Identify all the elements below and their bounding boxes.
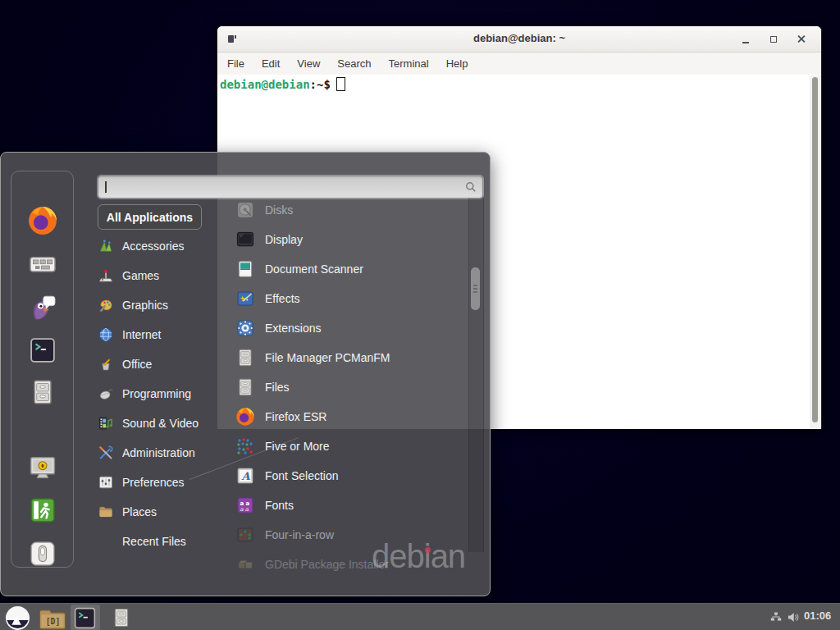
fonts-icon: a aa a bbox=[235, 495, 255, 515]
app-effects[interactable]: Effects bbox=[235, 284, 470, 313]
programming-icon bbox=[98, 386, 114, 402]
graphics-icon bbox=[98, 297, 114, 313]
favorite-terminal-icon[interactable] bbox=[29, 336, 57, 364]
app-fonts[interactable]: a aa aFonts bbox=[235, 491, 470, 520]
application-list: DisksDisplayDocument ScannerEffectsExten… bbox=[235, 195, 470, 579]
category-internet[interactable]: Internet bbox=[98, 320, 234, 349]
app-label: GDebi Package Installer bbox=[265, 558, 389, 571]
application-menu: All Applications AccessoriesGamesGraphic… bbox=[0, 152, 491, 596]
app-label: Five or More bbox=[265, 440, 330, 453]
category-places[interactable]: Places bbox=[98, 497, 234, 527]
category-accessories[interactable]: Accessories bbox=[98, 231, 234, 261]
office-icon bbox=[98, 356, 114, 372]
effects-icon bbox=[235, 289, 255, 308]
app-label: Font Selection bbox=[265, 469, 339, 482]
category-label: Places bbox=[122, 505, 157, 518]
terminal-menu-terminal[interactable]: Terminal bbox=[388, 56, 430, 71]
volume-icon[interactable] bbox=[787, 611, 801, 623]
terminal-menu-search[interactable]: Search bbox=[336, 56, 372, 71]
lock-screen-icon[interactable] bbox=[28, 453, 57, 482]
app-label: Four-in-a-row bbox=[265, 528, 334, 541]
taskbar-terminal-icon[interactable] bbox=[72, 606, 98, 630]
app-label: Extensions bbox=[265, 322, 321, 335]
category-label: Sound & Video bbox=[122, 417, 199, 430]
favorite-keyboard-icon[interactable] bbox=[28, 249, 57, 279]
app-label: Fonts bbox=[265, 499, 294, 512]
taskbar-files-icon[interactable] bbox=[111, 606, 132, 629]
terminal-cursor bbox=[336, 77, 345, 91]
accessories-icon bbox=[98, 238, 114, 254]
maximize-icon[interactable] bbox=[762, 26, 785, 52]
category-sound-video[interactable]: Sound & Video bbox=[98, 409, 234, 438]
app-label: File Manager PCManFM bbox=[265, 351, 390, 364]
terminal-titlebar[interactable]: debian@debian: ~ bbox=[217, 26, 821, 52]
category-graphics[interactable]: Graphics bbox=[98, 290, 234, 320]
all-applications-button[interactable]: All Applications bbox=[98, 204, 202, 230]
category-label: Recent Files bbox=[122, 535, 186, 548]
minimize-icon[interactable] bbox=[734, 26, 757, 52]
internet-icon bbox=[98, 326, 114, 343]
disks-icon bbox=[235, 200, 255, 220]
category-programming[interactable]: Programming bbox=[98, 379, 234, 409]
administration-icon bbox=[98, 445, 114, 461]
gdebi-icon bbox=[235, 555, 255, 574]
places-icon bbox=[98, 504, 114, 520]
category-label: Accessories bbox=[122, 240, 184, 253]
app-four-in-a-row[interactable]: Four-in-a-row bbox=[235, 520, 470, 550]
log-out-icon[interactable] bbox=[29, 496, 57, 524]
category-label: Administration bbox=[122, 446, 195, 459]
app-font-selection[interactable]: AFont Selection bbox=[235, 461, 470, 491]
taskbar: [D] 01:06 bbox=[0, 603, 840, 630]
app-disks[interactable]: Disks bbox=[235, 195, 470, 225]
app-gdebi-package-installer[interactable]: GDebi Package Installer bbox=[235, 550, 470, 579]
terminal-prompt: debian@debian:~$ bbox=[220, 77, 345, 91]
app-five-or-more[interactable]: Five or More bbox=[235, 431, 470, 461]
category-label: Graphics bbox=[122, 299, 168, 312]
terminal-scrollbar-thumb[interactable] bbox=[812, 77, 818, 422]
games-icon bbox=[98, 267, 114, 284]
app-display[interactable]: Display bbox=[235, 225, 470, 254]
favorite-file-manager-icon[interactable] bbox=[29, 378, 57, 406]
four-in-a-row-icon bbox=[235, 525, 255, 545]
terminal-menu-edit[interactable]: Edit bbox=[261, 56, 281, 71]
five-or-more-icon bbox=[235, 436, 255, 456]
terminal-menu-view[interactable]: View bbox=[296, 56, 321, 71]
app-extensions[interactable]: Extensions bbox=[235, 313, 470, 343]
app-file-manager-pcmanfm[interactable]: File Manager PCManFM bbox=[235, 343, 470, 372]
close-icon[interactable] bbox=[790, 26, 813, 52]
app-files[interactable]: Files bbox=[235, 372, 470, 402]
category-recent-files[interactable]: Recent Files bbox=[98, 527, 234, 556]
terminal-scrollbar[interactable] bbox=[810, 75, 820, 428]
app-label: Display bbox=[265, 233, 303, 246]
prompt-path: :~$ bbox=[310, 78, 331, 91]
favorite-pidgin-icon[interactable] bbox=[28, 293, 57, 322]
app-label: Firefox ESR bbox=[265, 410, 326, 423]
svg-text:a a: a a bbox=[240, 506, 249, 513]
category-administration[interactable]: Administration bbox=[98, 438, 234, 468]
extensions-icon bbox=[235, 318, 255, 338]
shut-down-icon[interactable] bbox=[29, 540, 57, 568]
preferences-icon bbox=[98, 474, 114, 491]
taskbar-file-manager-d-icon[interactable]: [D] bbox=[38, 607, 67, 630]
category-office[interactable]: Office bbox=[98, 349, 234, 379]
category-preferences[interactable]: Preferences bbox=[98, 468, 234, 497]
network-icon[interactable] bbox=[769, 611, 783, 623]
menu-scrollbar[interactable] bbox=[468, 198, 484, 552]
app-document-scanner[interactable]: Document Scanner bbox=[235, 254, 470, 284]
terminal-menubar: FileEditViewSearchTerminalHelp bbox=[217, 52, 821, 75]
clock: 01:06 bbox=[804, 609, 831, 622]
menu-scrollbar-thumb[interactable] bbox=[471, 267, 480, 310]
blank-icon bbox=[98, 533, 114, 550]
terminal-menu-file[interactable]: File bbox=[226, 56, 245, 71]
terminal-menu-help[interactable]: Help bbox=[445, 56, 469, 71]
terminal-title: debian@debian: ~ bbox=[217, 32, 821, 44]
taskbar-menu-icon[interactable] bbox=[5, 605, 30, 630]
favorites-rail bbox=[11, 171, 74, 568]
app-label: Document Scanner bbox=[265, 262, 363, 276]
category-games[interactable]: Games bbox=[98, 261, 234, 290]
app-firefox-esr[interactable]: Firefox ESR bbox=[235, 402, 470, 431]
file-cabinet-icon bbox=[235, 377, 255, 397]
font-selection-icon: A bbox=[235, 466, 255, 486]
prompt-user-host: debian@debian bbox=[220, 78, 310, 91]
favorite-firefox-icon[interactable] bbox=[27, 205, 58, 236]
